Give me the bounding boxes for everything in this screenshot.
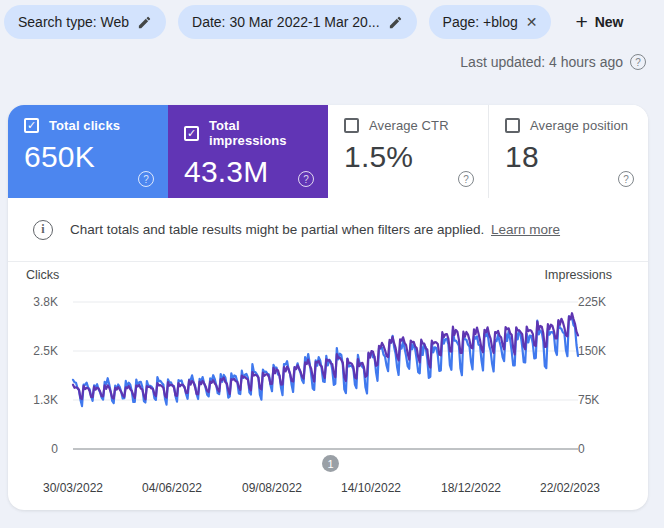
left-axis-tick: 2.5K <box>8 344 58 358</box>
checkbox-checked-icon[interactable]: ✓ <box>184 126 199 141</box>
help-icon[interactable]: ? <box>630 54 646 70</box>
metric-value: 1.5% <box>344 140 472 174</box>
new-filter-button-label: New <box>595 14 624 30</box>
info-icon: i <box>33 220 53 240</box>
metric-head: ✓ Total impressions <box>184 118 312 148</box>
plus-icon: + <box>575 11 587 32</box>
x-axis-date-label: 14/10/2022 <box>326 481 416 495</box>
date-filter-chip[interactable]: Date: 30 Mar 2022-1 Mar 20... <box>178 5 417 39</box>
learn-more-link[interactable]: Learn more <box>491 222 560 237</box>
close-icon[interactable]: ✕ <box>526 14 538 30</box>
metric-head: ✓ Total clicks <box>24 118 152 133</box>
partial-results-banner: i Chart totals and table results might b… <box>8 198 648 262</box>
right-axis-tick: 225K <box>578 295 628 309</box>
metric-value: 43.3M <box>184 155 312 189</box>
left-axis-tick: 3.8K <box>8 295 58 309</box>
performance-line-chart[interactable] <box>8 262 648 509</box>
checkbox-unchecked-icon[interactable] <box>344 118 359 133</box>
x-axis-date-label: 18/12/2022 <box>426 481 516 495</box>
x-axis-date-label: 22/02/2023 <box>525 481 615 495</box>
metric-label: Total clicks <box>49 118 120 133</box>
metric-card-total-impressions[interactable]: ✓ Total impressions 43.3M ? <box>168 105 328 198</box>
edit-pencil-icon[interactable] <box>137 15 152 30</box>
pagination-page-1[interactable]: 1 <box>322 455 339 472</box>
metric-head: Average position <box>505 118 632 133</box>
search-type-chip[interactable]: Search type: Web <box>4 5 166 39</box>
right-axis-tick: 150K <box>578 344 628 358</box>
banner-text: Chart totals and table results might be … <box>70 222 560 237</box>
search-type-chip-label: Search type: Web <box>18 14 129 30</box>
checkbox-checked-icon[interactable]: ✓ <box>24 118 39 133</box>
metric-head: Average CTR <box>344 118 472 133</box>
metric-card-total-clicks[interactable]: ✓ Total clicks 650K ? <box>8 105 168 198</box>
metric-label: Average CTR <box>369 118 449 133</box>
right-axis-tick: 75K <box>578 393 628 407</box>
banner-message: Chart totals and table results might be … <box>70 222 484 237</box>
metric-card-average-position[interactable]: Average position 18 ? <box>488 105 648 198</box>
new-filter-button[interactable]: + New <box>569 5 629 39</box>
x-axis-date-label: 09/08/2022 <box>227 481 317 495</box>
right-axis-tick: 0 <box>578 442 628 456</box>
left-axis-tick: 1.3K <box>8 393 58 407</box>
metrics-row: ✓ Total clicks 650K ? ✓ Total impression… <box>8 105 648 198</box>
page-filter-chip[interactable]: Page: +blog ✕ <box>429 5 552 39</box>
metric-label: Total impressions <box>209 118 312 148</box>
help-icon[interactable]: ? <box>458 171 474 187</box>
chart-area: Clicks Impressions 3.8K 2.5K 1.3K 0 225K… <box>8 262 648 509</box>
help-icon[interactable]: ? <box>618 171 634 187</box>
left-axis-tick: 0 <box>8 442 58 456</box>
metric-value: 650K <box>24 140 152 174</box>
page-filter-chip-label: Page: +blog <box>443 14 518 30</box>
last-updated-text: Last updated: 4 hours ago <box>460 54 623 70</box>
x-axis-date-label: 30/03/2022 <box>28 481 118 495</box>
help-icon[interactable]: ? <box>298 171 314 187</box>
filter-bar: Search type: Web Date: 30 Mar 2022-1 Mar… <box>4 5 656 39</box>
x-axis-date-label: 04/06/2022 <box>127 481 217 495</box>
metric-value: 18 <box>505 140 632 174</box>
help-icon[interactable]: ? <box>138 171 154 187</box>
performance-card: ✓ Total clicks 650K ? ✓ Total impression… <box>8 105 648 510</box>
edit-pencil-icon[interactable] <box>388 15 403 30</box>
date-filter-chip-label: Date: 30 Mar 2022-1 Mar 20... <box>192 14 380 30</box>
right-axis-title: Impressions <box>545 268 612 282</box>
metric-label: Average position <box>530 118 628 133</box>
last-updated: Last updated: 4 hours ago ? <box>460 54 646 70</box>
metric-card-average-ctr[interactable]: Average CTR 1.5% ? <box>328 105 488 198</box>
checkbox-unchecked-icon[interactable] <box>505 118 520 133</box>
left-axis-title: Clicks <box>26 268 59 282</box>
